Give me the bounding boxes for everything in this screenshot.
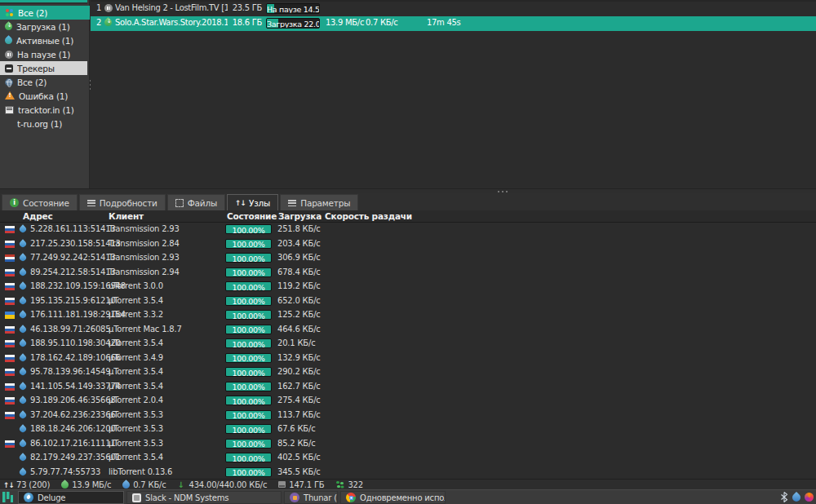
peer-row[interactable]: 195.135.215.9:61210µTorrent 3.5.4100.00%…: [0, 294, 816, 308]
peer-down-speed: 203.4 КБ/с: [277, 239, 321, 248]
column-header[interactable]: Состояние: [227, 211, 277, 221]
peers-table-header[interactable]: АдресКлиентСостояниеЗагрузкаСкорость раз…: [0, 210, 816, 223]
peer-progress: 100.00%: [225, 396, 272, 405]
peer-row[interactable]: 5.79.77.74:55733libTorrent 0.13.6100.00%…: [0, 466, 816, 480]
taskbar-button-thunar[interactable]: Thunar (2): [284, 491, 338, 504]
bluetooth-icon[interactable]: [780, 492, 788, 502]
column-header[interactable]: Адрес: [23, 211, 52, 221]
peer-row[interactable]: 89.254.212.58:51413Transmission 2.94100.…: [0, 266, 816, 280]
peer-row[interactable]: 176.111.181.198:29154µTorrent 3.3.2100.0…: [0, 308, 816, 322]
peer-progress: 100.00%: [225, 310, 272, 320]
peer-progress: 100.00%: [225, 367, 272, 377]
splitter-handle[interactable]: [498, 191, 508, 192]
peer-down-speed: 678.4 КБ/с: [277, 267, 321, 276]
seed-icon: [18, 296, 27, 305]
progress-label: 100.00%: [226, 426, 271, 435]
status-dht[interactable]: 322: [335, 480, 363, 489]
peer-address: 195.135.215.9:61210: [30, 296, 116, 305]
peer-down-speed: 652.0 КБ/с: [277, 296, 321, 305]
sidebar-item-активные-1-[interactable]: Активные (1): [0, 33, 90, 47]
peer-row[interactable]: 5.228.161.113:51413Transmission 2.93100.…: [0, 223, 816, 237]
peer-row[interactable]: 86.102.17.216:11111µTorrent 3.5.3100.00%…: [0, 437, 816, 451]
sidebar-item-ошибка-1-[interactable]: Ошибка (1): [0, 89, 90, 103]
sidebar-item-все-2-[interactable]: Все (2): [0, 6, 90, 20]
taskbar-button-label: Одновременно использо…: [360, 493, 446, 502]
tab-узлы[interactable]: Узлы: [227, 194, 278, 210]
flag-ru-icon: [5, 412, 15, 419]
peer-row[interactable]: 93.189.206.46:35668µTorrent 2.0.4100.00%…: [0, 394, 816, 408]
sidebar-item-t-ru.org-1-[interactable]: t-ru.org (1): [0, 117, 90, 130]
deluge-icon: [24, 493, 33, 502]
manjaro-menu-icon[interactable]: [2, 492, 13, 502]
peer-row[interactable]: 178.162.42.189:10666µTorrent 3.4.9100.00…: [0, 351, 816, 365]
status-text: 434.00/440.00 КБ/с: [189, 480, 268, 489]
sidebar-item-трекеры[interactable]: Трекеры: [0, 61, 87, 75]
status-text: 322: [348, 480, 363, 489]
peer-row[interactable]: 141.105.54.149:33774µTorrent 3.5.4100.00…: [0, 380, 816, 394]
status-traffic[interactable]: 434.00/440.00 КБ/с: [178, 480, 268, 489]
progress-bar: На паузе 14.50%: [266, 3, 320, 14]
sidebar-item-загрузка-1-[interactable]: Загрузка (1): [0, 20, 90, 33]
peer-row[interactable]: 37.204.62.236:23366µTorrent 3.5.3100.00%…: [0, 409, 816, 422]
tab-файлы[interactable]: Файлы: [167, 194, 225, 210]
peer-client: µTorrent 3.4.9: [109, 353, 163, 362]
peer-row[interactable]: 188.232.109.159:16948uTorrent 3.0.0100.0…: [0, 280, 816, 294]
paused-state-icon: [104, 4, 113, 12]
progress-label: 100.00%: [226, 454, 271, 463]
taskbar-button-slack[interactable]: Slack - NDM Systems: [126, 491, 282, 504]
seed-icon: [18, 325, 27, 334]
progress-label: 100.00%: [226, 325, 271, 334]
peer-row[interactable]: 46.138.99.71:26085µTorrent Mac 1.8.7100.…: [0, 323, 816, 337]
status-connections[interactable]: 73 (200): [3, 480, 50, 489]
progress-bar: 100.00%: [225, 439, 272, 449]
sidebar-item-tracktor.in-1-[interactable]: tracktor.in (1): [0, 103, 90, 117]
peer-down-speed: 119.2 КБ/с: [277, 281, 321, 290]
seed-icon: [18, 253, 27, 262]
progress-label: 100.00%: [226, 297, 271, 306]
progress-bar: Загрузка 22.00%: [266, 18, 320, 29]
column-header[interactable]: Загрузка: [278, 211, 322, 221]
peer-row[interactable]: 82.179.249.237:35601µTorrent 3.5.4100.00…: [0, 451, 816, 465]
deluge-tray-icon[interactable]: [791, 491, 802, 502]
progress-label: Загрузка 22.00%: [267, 20, 319, 29]
seed-icon: [18, 224, 27, 233]
peers-table: 5.228.161.113:51413Transmission 2.93100.…: [0, 223, 816, 479]
peer-row[interactable]: 77.249.92.242:51413Transmission 2.93100.…: [0, 251, 816, 265]
peer-row[interactable]: 95.78.139.96:14549µTorrent 3.5.4100.00%2…: [0, 365, 816, 379]
tab-label: Узлы: [249, 198, 270, 208]
progress-label: 100.00%: [226, 254, 271, 263]
torrent-size: 18.6 ГБ: [229, 18, 262, 27]
torrent-row[interactable]: 2Solo.A.Star.Wars.Story.2018.1080p.Bl18.…: [91, 16, 816, 31]
taskbar-button-chrome[interactable]: Одновременно использо…: [340, 491, 446, 504]
peer-row[interactable]: 217.25.230.158:51413Transmission 2.84100…: [0, 237, 816, 251]
sidebar-item-все-2-[interactable]: Все (2): [0, 75, 90, 89]
peer-client: µTorrent 3.5.4: [109, 453, 163, 462]
flag-ru-icon: [5, 326, 15, 334]
tab-label: Параметры: [300, 198, 350, 208]
downloading-state-icon: [103, 17, 113, 28]
tab-подробности[interactable]: Подробности: [79, 194, 166, 210]
taskbar-button-deluge[interactable]: Deluge: [18, 491, 124, 504]
clipboard-flame-icon[interactable]: [805, 493, 814, 502]
peer-row[interactable]: 188.18.246.206:1200µTorrent 3.5.3100.00%…: [0, 422, 816, 436]
progress-label: 100.00%: [226, 340, 271, 349]
disk-icon: [278, 481, 286, 488]
column-header[interactable]: Клиент: [109, 211, 144, 221]
peer-address: 89.254.212.58:51413: [30, 267, 116, 276]
tab-параметры[interactable]: Параметры: [280, 194, 358, 210]
sidebar-item-label: Трекеры: [17, 64, 55, 73]
torrent-row[interactable]: 1Van Helsing 2 - LostFilm.TV [1080p]23.5…: [91, 2, 816, 16]
seed-icon: [18, 353, 27, 362]
peer-down-speed: 402.5 КБ/с: [277, 453, 321, 462]
status-upload[interactable]: 0.7 КБ/с: [122, 480, 166, 489]
status-download[interactable]: 13.9 МБ/с: [61, 480, 111, 489]
paused-icon: [5, 51, 13, 59]
column-header[interactable]: Скорость раздачи: [325, 211, 412, 221]
tab-состояние[interactable]: Состояние: [2, 194, 78, 210]
peer-client: libTorrent 0.13.6: [109, 467, 172, 476]
peer-row[interactable]: 188.95.110.198:30420µTorrent 3.5.4100.00…: [0, 337, 816, 351]
torrent-list: 1Van Helsing 2 - LostFilm.TV [1080p]23.5…: [91, 0, 816, 188]
status-disk[interactable]: 147.1 ГБ: [278, 480, 324, 489]
taskbar-button-label: Deluge: [38, 493, 65, 502]
sidebar-item-на-паузе-1-[interactable]: На паузе (1): [0, 47, 90, 61]
